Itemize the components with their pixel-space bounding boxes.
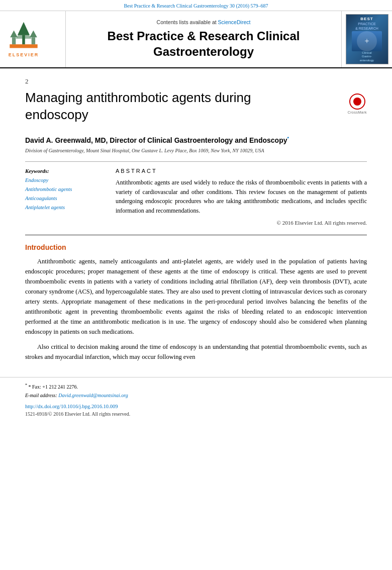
crossmark-label: CrossMark bbox=[348, 111, 367, 114]
keywords-column: Keywords: Endoscopy Antithrombotic agent… bbox=[25, 168, 106, 225]
header-right: BEST PRACTICE & RESEARCH + Clinical Gast… bbox=[342, 11, 392, 67]
elsevier-logo: ELSEVIER bbox=[6, 21, 41, 57]
footer-doi: http://dx.doi.org/10.1016/j.bpg.2016.10.… bbox=[25, 402, 367, 410]
contents-available: Contents lists available at ScienceDirec… bbox=[157, 19, 251, 25]
keyword-antiplatelet: Antiplatelet agents bbox=[25, 204, 106, 212]
title-crossmark-row: Managing antithrombotic agents during en… bbox=[25, 89, 367, 131]
header-section: ELSEVIER Contents lists available at Sci… bbox=[0, 11, 392, 68]
svg-marker-3 bbox=[16, 27, 31, 39]
science-direct-link[interactable]: ScienceDirect bbox=[218, 19, 251, 25]
keyword-anticoagulants: Anticoagulants bbox=[25, 195, 106, 203]
svg-rect-0 bbox=[10, 44, 37, 48]
elsevier-wordmark: ELSEVIER bbox=[9, 52, 39, 57]
journal-cover-thumbnail: BEST PRACTICE & RESEARCH + Clinical Gast… bbox=[346, 14, 388, 64]
author-sup: * bbox=[287, 136, 289, 141]
journal-ref-text: Best Practice & Research Clinical Gastro… bbox=[124, 3, 268, 9]
article-number: 2 bbox=[25, 77, 367, 85]
article-title: Managing antithrombotic agents during en… bbox=[25, 89, 276, 124]
keywords-title: Keywords: bbox=[25, 168, 106, 174]
elsevier-tree-icon bbox=[6, 21, 41, 51]
footer-section: * * Fax: +1 212 241 2276. E-mail address… bbox=[0, 377, 392, 423]
journal-title: Best Practice & Research Clinical Gastro… bbox=[108, 28, 300, 59]
introduction-title: Introduction bbox=[25, 243, 367, 251]
crossmark-badge[interactable]: CrossMark bbox=[348, 93, 367, 114]
svg-marker-6 bbox=[10, 30, 18, 37]
svg-marker-7 bbox=[30, 30, 37, 37]
copyright-line: © 2016 Elsevier Ltd. All rights reserved… bbox=[116, 220, 367, 226]
abstract-text: Antithrombotic agents are used widely to… bbox=[116, 178, 367, 215]
keyword-endoscopy: Endoscopy bbox=[25, 176, 106, 184]
footnote-sup: * bbox=[25, 383, 27, 388]
cover-top-label: BEST PRACTICE & RESEARCH bbox=[355, 17, 378, 31]
doi-link[interactable]: http://dx.doi.org/10.1016/j.bpg.2016.10.… bbox=[25, 404, 118, 409]
abstract-section: Keywords: Endoscopy Antithrombotic agent… bbox=[25, 168, 367, 225]
affiliation: Division of Gastroenterology, Mount Sina… bbox=[25, 147, 367, 154]
header-divider bbox=[25, 161, 367, 162]
intro-paragraph-1: Antithrombotic agents, namely anticoagul… bbox=[25, 256, 367, 337]
email-link[interactable]: David.greenwald@mountsinai.org bbox=[58, 393, 128, 398]
page: Best Practice & Research Clinical Gastro… bbox=[0, 0, 392, 570]
footer-email: E-mail address: David.greenwald@mountsin… bbox=[25, 392, 367, 399]
svg-rect-5 bbox=[32, 37, 35, 44]
journal-ref-bar: Best Practice & Research Clinical Gastro… bbox=[0, 0, 392, 11]
abstract-title: ABSTRACT bbox=[116, 168, 367, 174]
crossmark-circle bbox=[349, 93, 365, 110]
intro-paragraph-2: Also critical to decision making around … bbox=[25, 342, 367, 362]
article-content: 2 Managing antithrombotic agents during … bbox=[0, 68, 392, 377]
crossmark-inner bbox=[353, 98, 361, 106]
author-line: David A. Greenwald, MD, Director of Clin… bbox=[25, 136, 367, 144]
section-divider bbox=[25, 235, 367, 235]
footer-fax: * * Fax: +1 212 241 2276. bbox=[25, 383, 367, 391]
header-center: Contents lists available at ScienceDirec… bbox=[65, 11, 342, 67]
header-left: ELSEVIER bbox=[0, 11, 65, 67]
footer-issn: 1521-6918/© 2016 Elsevier Ltd. All right… bbox=[25, 411, 367, 417]
keyword-antithrombotic: Antithrombotic agents bbox=[25, 185, 106, 194]
svg-rect-4 bbox=[12, 37, 16, 44]
abstract-column: ABSTRACT Antithrombotic agents are used … bbox=[116, 168, 367, 225]
